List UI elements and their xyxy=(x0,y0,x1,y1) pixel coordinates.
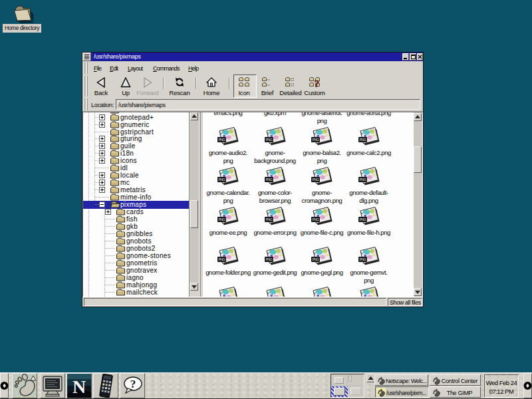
svg-text:PNG: PNG xyxy=(312,217,319,221)
svg-text:PNG: PNG xyxy=(218,257,225,261)
svg-text:PNG: PNG xyxy=(359,138,366,142)
svg-text:PNG: PNG xyxy=(359,217,366,221)
svg-text:PNG: PNG xyxy=(265,178,273,182)
svg-text:?: ? xyxy=(315,78,320,88)
svg-text:PNG: PNG xyxy=(312,138,319,142)
svg-text:?: ? xyxy=(130,378,136,390)
svg-text:PNG: PNG xyxy=(218,217,225,221)
svg-text:PNG: PNG xyxy=(218,178,225,182)
svg-text:PNG: PNG xyxy=(359,257,366,261)
svg-text:PNG: PNG xyxy=(265,217,273,221)
svg-text:PNG: PNG xyxy=(359,178,366,182)
svg-text:N: N xyxy=(72,376,86,397)
svg-text:PNG: PNG xyxy=(312,257,319,261)
svg-text:PNG: PNG xyxy=(312,178,319,182)
svg-text:PNG: PNG xyxy=(265,138,273,142)
svg-text:PNG: PNG xyxy=(265,257,273,261)
svg-text:PNG: PNG xyxy=(218,138,225,142)
